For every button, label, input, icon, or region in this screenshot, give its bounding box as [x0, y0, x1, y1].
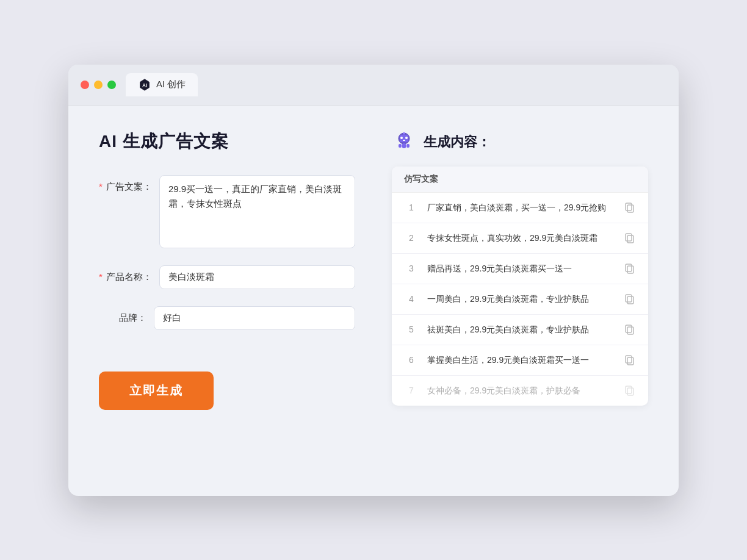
product-name-label: * 产品名称： [99, 265, 159, 283]
svg-rect-9 [406, 144, 410, 148]
generate-button[interactable]: 立即生成 [99, 372, 214, 410]
brand-group: 品牌： [99, 306, 355, 330]
table-row: 6 掌握美白生活，29.9元美白淡斑霜买一送一 [392, 345, 648, 376]
minimize-button[interactable] [94, 81, 103, 89]
svg-rect-17 [627, 266, 633, 273]
brand-input[interactable] [154, 306, 355, 330]
row-number: 7 [404, 386, 419, 395]
row-text: 一周美白，29.9元美白淡斑霜，专业护肤品 [427, 293, 615, 306]
maximize-button[interactable] [107, 81, 116, 89]
ad-copy-group: * 广告文案： 29.9买一送一，真正的厂家直销，美白淡斑霜，专抹女性斑点 [99, 175, 355, 248]
copy-icon[interactable] [624, 354, 636, 366]
svg-rect-6 [403, 140, 405, 141]
svg-point-5 [405, 137, 408, 139]
svg-rect-19 [627, 296, 633, 304]
svg-point-12 [403, 132, 405, 134]
result-header: 生成内容： [392, 130, 648, 154]
svg-rect-8 [399, 144, 402, 148]
browser-window: AI AI 创作 AI 生成广告文案 * 广告文案： 29.9买一送一，真正的厂… [68, 65, 679, 496]
row-number: 5 [404, 325, 419, 334]
robot-icon [392, 130, 416, 154]
row-number: 2 [404, 233, 419, 243]
table-header: 仿写文案 [392, 167, 648, 193]
copy-icon[interactable] [624, 201, 636, 214]
copy-icon[interactable] [624, 323, 636, 336]
left-panel: AI 生成广告文案 * 广告文案： 29.9买一送一，真正的厂家直销，美白淡斑霜… [99, 130, 355, 472]
svg-rect-21 [627, 327, 633, 334]
svg-rect-25 [627, 388, 633, 395]
svg-text:AI: AI [142, 82, 147, 88]
svg-rect-16 [626, 234, 632, 241]
svg-rect-14 [626, 203, 632, 210]
ad-copy-input[interactable]: 29.9买一送一，真正的厂家直销，美白淡斑霜，专抹女性斑点 [159, 175, 355, 248]
row-text: 赠品再送，29.9元美白淡斑霜买一送一 [427, 262, 615, 275]
brand-label: 品牌： [99, 306, 154, 324]
product-name-input[interactable] [159, 265, 355, 289]
table-row: 5 祛斑美白，29.9元美白淡斑霜，专业护肤品 [392, 315, 648, 345]
table-row: 3 赠品再送，29.9元美白淡斑霜买一送一 [392, 254, 648, 284]
svg-rect-7 [402, 143, 406, 148]
row-text: 祛斑美白，29.9元美白淡斑霜，专业护肤品 [427, 323, 615, 336]
row-number: 1 [404, 203, 419, 212]
required-star-2: * [99, 271, 103, 282]
traffic-lights [81, 81, 116, 89]
row-text: 女神必备，29.9元美白淡斑霜，护肤必备 [427, 384, 615, 397]
result-title: 生成内容： [424, 133, 491, 151]
titlebar: AI AI 创作 [68, 65, 679, 106]
row-number: 3 [404, 264, 419, 273]
svg-rect-18 [626, 264, 632, 271]
row-number: 6 [404, 355, 419, 365]
page-title: AI 生成广告文案 [99, 130, 355, 153]
ai-tab[interactable]: AI AI 创作 [126, 73, 198, 96]
copy-icon[interactable] [624, 293, 636, 305]
svg-point-4 [400, 137, 403, 139]
ad-copy-label: * 广告文案： [99, 175, 159, 193]
table-row: 4 一周美白，29.9元美白淡斑霜，专业护肤品 [392, 284, 648, 315]
content-area: AI 生成广告文案 * 广告文案： 29.9买一送一，真正的厂家直销，美白淡斑霜… [68, 106, 679, 496]
row-text: 掌握美白生活，29.9元美白淡斑霜买一送一 [427, 354, 615, 367]
svg-rect-20 [626, 295, 632, 302]
svg-rect-22 [626, 325, 632, 332]
table-row: 2 专抹女性斑点，真实功效，29.9元美白淡斑霜 [392, 223, 648, 254]
table-row: 1 厂家直销，美白淡斑霜，买一送一，29.9元抢购 [392, 193, 648, 223]
copy-icon[interactable] [624, 384, 636, 397]
ai-tab-icon: AI [138, 78, 151, 92]
required-star-1: * [99, 181, 103, 192]
right-panel: 生成内容： 仿写文案 1 厂家直销，美白淡斑霜，买一送一，29.9元抢购 2 [392, 130, 648, 472]
close-button[interactable] [81, 81, 89, 89]
row-text: 厂家直销，美白淡斑霜，买一送一，29.9元抢购 [427, 201, 615, 214]
svg-rect-26 [626, 386, 632, 393]
tab-label: AI 创作 [156, 79, 186, 90]
row-number: 4 [404, 294, 419, 304]
svg-rect-23 [627, 357, 633, 365]
svg-rect-15 [627, 235, 633, 243]
svg-rect-24 [626, 356, 632, 363]
copy-icon[interactable] [624, 262, 636, 275]
product-name-group: * 产品名称： [99, 265, 355, 289]
svg-rect-13 [627, 205, 633, 212]
row-text: 专抹女性斑点，真实功效，29.9元美白淡斑霜 [427, 232, 615, 245]
copy-icon[interactable] [624, 232, 636, 244]
table-row: 7 女神必备，29.9元美白淡斑霜，护肤必备 [392, 376, 648, 406]
result-table: 仿写文案 1 厂家直销，美白淡斑霜，买一送一，29.9元抢购 2 专抹女性斑点，… [392, 167, 648, 406]
